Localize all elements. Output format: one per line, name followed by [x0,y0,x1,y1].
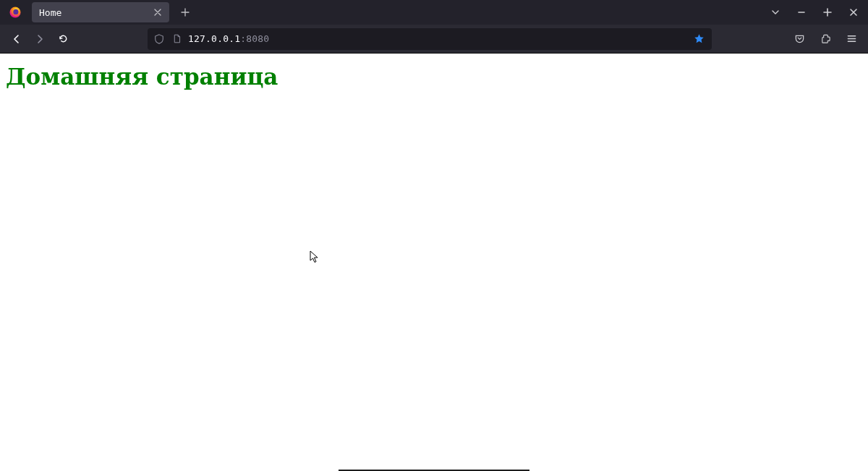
tracking-shield-icon[interactable] [153,33,165,45]
firefox-logo-icon [7,4,23,20]
forward-button[interactable] [29,28,51,50]
page-content: Домашняя страница [0,54,868,471]
window-close-button[interactable] [843,2,864,22]
close-tab-button[interactable] [152,7,163,18]
titlebar: Home [0,0,868,25]
url-port: :8080 [240,33,269,44]
pocket-button[interactable] [788,28,810,50]
back-button[interactable] [6,28,27,50]
tab-title: Home [39,7,145,18]
new-tab-button[interactable] [175,2,195,22]
extensions-button[interactable] [814,28,836,50]
site-info-icon[interactable] [171,33,182,45]
app-menu-button[interactable] [841,28,862,50]
url-text: 127.0.0.1:8080 [188,33,686,44]
toolbar-right [788,28,862,50]
page-heading: Домашняя страница [6,64,862,90]
url-bar[interactable]: 127.0.0.1:8080 [148,28,712,50]
url-host: 127.0.0.1 [188,33,240,44]
reload-button[interactable] [52,28,74,50]
window-maximize-button[interactable] [817,2,838,22]
svg-point-1 [13,9,18,14]
list-tabs-button[interactable] [765,2,786,22]
window-minimize-button[interactable] [791,2,812,22]
navbar: 127.0.0.1:8080 [0,25,868,54]
active-tab[interactable]: Home [32,2,169,22]
bookmark-star-icon[interactable] [692,32,706,46]
